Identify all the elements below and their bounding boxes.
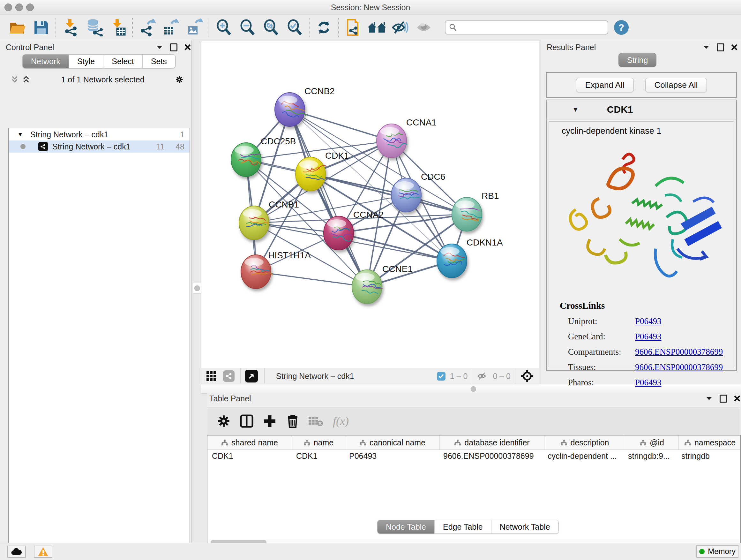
results-tab-string[interactable]: String	[618, 53, 657, 67]
network-node-CCNB1[interactable]: CCNB1	[239, 199, 299, 240]
import-network-from-database-button[interactable]	[82, 17, 106, 38]
column-header-namespace[interactable]: namespace	[679, 435, 741, 449]
zoom-in-button[interactable]	[212, 17, 235, 38]
double-chevron-down-icon	[11, 75, 18, 84]
crosslink-pharos-link[interactable]: P06493	[635, 378, 662, 388]
node-label-CDC6: CDC6	[421, 172, 445, 182]
column-header-canonical-name[interactable]: canonical name	[345, 435, 440, 449]
node-label-CCNE1: CCNE1	[382, 264, 413, 274]
expand-all-button[interactable]: Expand All	[576, 78, 634, 92]
network-node-CDKN1A[interactable]: CDKN1A	[437, 238, 503, 278]
save-session-button[interactable]	[29, 17, 53, 38]
column-header-name[interactable]: name	[292, 435, 345, 449]
delete-column-button[interactable]	[282, 411, 303, 431]
collapse-panel-button[interactable]	[702, 44, 710, 51]
zoom-fit-button[interactable]	[259, 17, 283, 38]
control-tab-sets[interactable]: Sets	[143, 55, 175, 68]
float-panel-button[interactable]	[717, 44, 724, 51]
network-row-selected[interactable]: String Network – cdk1 11 48	[9, 140, 190, 152]
float-panel-button[interactable]	[170, 44, 178, 51]
selected-checkbox-icon[interactable]	[437, 372, 446, 381]
network-tree: ▼ String Network – cdk1 1 String Network…	[8, 128, 190, 560]
import-table-from-file-button[interactable]	[106, 17, 130, 38]
crosslink-tissues-link[interactable]: 9606.ENSP00000378699	[635, 362, 723, 372]
network-node-CCNA1[interactable]: CCNA1	[377, 118, 436, 158]
network-edge-HIST1H1A-CCNE1[interactable]	[256, 272, 367, 287]
collapse-all-button[interactable]: Collapse All	[645, 78, 707, 92]
collapse-panel-button[interactable]	[705, 395, 713, 402]
network-badge-button[interactable]	[223, 370, 234, 382]
collapse-all-networks-button[interactable]	[11, 76, 18, 83]
new-network-from-selection-icon	[345, 18, 361, 37]
gear-icon	[217, 415, 230, 428]
control-tab-style[interactable]: Style	[69, 55, 104, 68]
add-column-button[interactable]	[259, 411, 280, 431]
show-all-button[interactable]	[412, 17, 436, 38]
network-node-HIST1H1A[interactable]: HIST1H1A	[241, 250, 311, 289]
hidden-node-edge-counts: 0 – 0	[493, 372, 511, 381]
expand-all-networks-button[interactable]	[22, 76, 30, 83]
zoom-out-icon	[239, 19, 256, 36]
close-panel-button[interactable]	[733, 395, 741, 402]
cloud-button[interactable]	[7, 546, 26, 558]
column-header-description[interactable]: description	[544, 435, 625, 449]
network-collection-row[interactable]: ▼ String Network – cdk1 1	[9, 128, 190, 140]
fit-selection-button[interactable]	[521, 369, 534, 383]
import-network-from-file-button[interactable]	[59, 17, 82, 38]
network-node-CCNE1[interactable]: CCNE1	[352, 264, 413, 304]
zoom-out-button[interactable]	[235, 17, 259, 38]
export-table-button[interactable]	[159, 17, 183, 38]
zoom-selected-button[interactable]	[283, 17, 307, 38]
results-panel-title: Results Panel	[547, 43, 596, 52]
control-tab-network[interactable]: Network	[23, 55, 69, 68]
zoom-fit-icon	[263, 19, 279, 36]
column-header-shared-name[interactable]: shared name	[207, 435, 292, 449]
protein-card-header[interactable]: ▼ CDK1	[547, 100, 736, 119]
open-session-button[interactable]	[6, 17, 29, 38]
network-node-CDC25B[interactable]: CDC25B	[231, 136, 296, 177]
crosslink-compartments-link[interactable]: 9606.ENSP00000378699	[635, 347, 723, 357]
network-options-button[interactable]	[176, 76, 183, 83]
new-network-from-selection-button[interactable]	[341, 17, 365, 38]
export-image-button[interactable]	[183, 17, 206, 38]
tree-expander-icon[interactable]: ▼	[17, 131, 23, 138]
table-tab-edge-table[interactable]: Edge Table	[434, 520, 491, 534]
delete-table-button-disabled[interactable]	[306, 411, 326, 431]
function-builder-button[interactable]: f(x)	[333, 415, 349, 428]
hide-selected-button[interactable]	[389, 17, 412, 38]
close-panel-button[interactable]	[731, 44, 738, 51]
column-header-@id[interactable]: @id	[625, 435, 679, 449]
search-input[interactable]	[457, 23, 596, 32]
apply-layout-button[interactable]	[312, 17, 336, 38]
collapse-panel-button[interactable]	[156, 44, 163, 51]
network-node-RB1[interactable]: RB1	[452, 191, 499, 231]
warnings-button[interactable]	[34, 546, 52, 558]
table-options-button[interactable]	[213, 411, 234, 431]
grid-view-button[interactable]	[206, 371, 217, 381]
help-button[interactable]: ?	[614, 20, 629, 35]
network-collection-label: String Network – cdk1	[30, 130, 180, 139]
window-title: Session: New Session	[0, 3, 741, 12]
first-neighbors-button[interactable]	[365, 17, 389, 38]
table-tab-node-table[interactable]: Node Table	[378, 520, 434, 534]
horizontal-splitter-handle[interactable]	[471, 386, 476, 392]
network-canvas[interactable]: CCNB2CCNA1CDC25BCDK1CDC6RB1CCNB1CCNA2HIS…	[201, 41, 539, 369]
memory-button[interactable]: Memory	[696, 545, 738, 558]
crosslink-uniprot-link[interactable]: P06493	[635, 316, 662, 326]
birds-eye-view-button[interactable]	[245, 370, 258, 382]
table-row[interactable]: CDK1CDK1P064939606.ENSP00000378699cyclin…	[207, 450, 740, 462]
protein-description: cyclin-dependent kinase 1	[549, 122, 734, 136]
network-list-header: 1 of 1 Network selected	[0, 72, 192, 87]
export-network-button[interactable]	[135, 17, 159, 38]
show-columns-button[interactable]	[237, 411, 257, 431]
table-tab-network-table[interactable]: Network Table	[491, 520, 558, 534]
column-header-database-identifier[interactable]: database identifier	[440, 435, 544, 449]
delete-table-icon	[308, 415, 323, 427]
control-tab-select[interactable]: Select	[104, 55, 142, 68]
close-panel-button[interactable]	[184, 44, 192, 51]
collapse-triangle-icon[interactable]: ▼	[572, 106, 579, 113]
float-panel-button[interactable]	[719, 395, 727, 402]
float-icon	[720, 395, 727, 402]
crosslink-genecard-link[interactable]: P06493	[635, 332, 662, 341]
left-splitter-handle[interactable]	[193, 283, 202, 294]
